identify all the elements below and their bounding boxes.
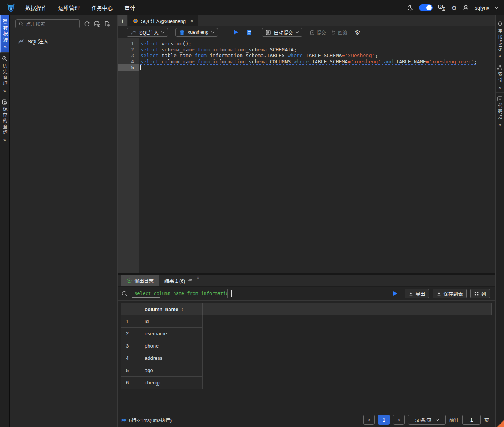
panel-tab-index[interactable]: 索引 » xyxy=(496,61,504,93)
add-datasource-icon[interactable] xyxy=(94,21,100,27)
line-number: 5 xyxy=(118,64,139,71)
top-navbar: x 数据操作 运维管理 任务中心 审计 文 A ⚙ sqlynx xyxy=(0,0,504,15)
save-to-table-button[interactable]: 保存到表 xyxy=(433,289,467,298)
new-tab-button[interactable]: + xyxy=(118,15,128,26)
panel-tab-code-snippets[interactable]: 代码块 » xyxy=(496,93,504,130)
table-row[interactable]: 5age xyxy=(121,364,203,377)
divider xyxy=(401,289,401,298)
next-page-button[interactable]: › xyxy=(393,415,405,425)
sidebar-tab-history[interactable]: 历史查询 « xyxy=(0,53,9,96)
table-row[interactable]: 3phone xyxy=(121,340,203,352)
editor-settings-gear-icon[interactable]: ⚙ xyxy=(355,29,360,36)
table-row[interactable]: 6chengji xyxy=(121,377,203,389)
search-icon xyxy=(19,21,23,26)
code-line[interactable]: select column_name from information_sche… xyxy=(140,59,495,65)
chevron-down-icon[interactable] xyxy=(495,5,499,9)
editor-tab-title: SQL注入@xuesheng xyxy=(141,17,186,25)
table-row[interactable]: 2username xyxy=(121,328,203,340)
sidebar-tab-label: 历史查询 xyxy=(2,63,7,86)
editor-caret xyxy=(140,65,141,70)
code-line[interactable] xyxy=(140,64,495,71)
autocommit-dropdown[interactable]: 自动提交 xyxy=(262,28,302,37)
code-line[interactable]: select version(); xyxy=(140,41,495,47)
expand-chevron-icon[interactable]: » xyxy=(499,85,501,90)
export-button[interactable]: 导出 xyxy=(405,289,429,298)
check-circle-icon xyxy=(127,278,132,283)
navbar-right: 文 A ⚙ sqlynx xyxy=(407,4,498,12)
language-icon[interactable]: 文 A xyxy=(438,5,445,11)
expand-chevron-icon[interactable]: » xyxy=(499,54,501,58)
line-number: 3 xyxy=(118,53,139,59)
row-number-cell: 4 xyxy=(121,352,140,364)
column-name-cell[interactable]: chengji xyxy=(140,377,203,389)
close-tab-icon[interactable]: × xyxy=(190,18,193,24)
menu-item-ops-mgmt[interactable]: 运维管理 xyxy=(58,4,80,12)
column-name-cell[interactable]: phone xyxy=(140,340,203,352)
row-number-cell: 3 xyxy=(121,340,140,352)
run-button[interactable] xyxy=(234,30,238,35)
prev-page-button[interactable]: ‹ xyxy=(363,415,375,425)
columns-button[interactable]: 列 xyxy=(470,289,490,298)
executed-query-chip[interactable]: select column_name from information xyxy=(131,289,228,298)
text-caret xyxy=(231,290,232,297)
chevron-down-icon xyxy=(161,30,164,33)
close-tab-icon[interactable]: × xyxy=(197,275,199,280)
new-file-icon[interactable] xyxy=(104,21,110,27)
column-name-header[interactable]: column_name ↕ xyxy=(140,303,203,315)
saved-query-icon xyxy=(2,99,7,105)
user-icon xyxy=(463,5,469,11)
pin-icon[interactable] xyxy=(188,279,193,283)
username[interactable]: sqlynx xyxy=(475,5,489,11)
search-placeholder: 点击搜索 xyxy=(26,20,45,28)
autocommit-value: 自动提交 xyxy=(274,29,293,36)
column-name-cell[interactable]: username xyxy=(140,328,203,340)
tab-output-log[interactable]: 输出日志 xyxy=(121,275,159,286)
results-grid-header: column_name ↕ xyxy=(121,303,492,315)
tab-label: 输出日志 xyxy=(134,277,154,284)
dark-mode-toggle[interactable] xyxy=(419,4,433,11)
menu-item-data-ops[interactable]: 数据操作 xyxy=(25,4,47,12)
database-select-dropdown[interactable]: xuesheng xyxy=(175,28,218,37)
editor-code[interactable]: select version();select schema_name from… xyxy=(139,38,495,273)
column-name-cell[interactable]: address xyxy=(140,352,203,364)
sidebar-tab-label: 保存的查询 xyxy=(2,107,7,135)
lightbulb-icon xyxy=(497,21,502,27)
editor-tab-active[interactable]: SQL注入@xuesheng × xyxy=(128,15,198,26)
panel-tab-field-hints[interactable]: 字段提示 » xyxy=(496,15,504,61)
filter-run-button[interactable] xyxy=(393,291,397,296)
column-name-cell[interactable]: id xyxy=(140,315,203,328)
column-name-cell[interactable]: age xyxy=(140,364,203,377)
left-rail: 数据源 » 历史查询 « 保存的查询 « xyxy=(0,15,10,427)
sql-editor[interactable]: 12345 select version();select schema_nam… xyxy=(118,38,495,273)
sort-icon[interactable]: ↕ xyxy=(181,307,183,312)
sidebar-tab-saved-queries[interactable]: 保存的查询 « xyxy=(0,96,9,145)
query-tab-icon xyxy=(133,18,138,24)
query-select-dropdown[interactable]: SQL注入 xyxy=(127,28,168,37)
expand-chevron-icon[interactable]: « xyxy=(3,137,6,142)
refresh-icon[interactable] xyxy=(84,21,90,27)
goto-page-input[interactable]: 1 xyxy=(462,415,481,425)
query-toolbar: SQL注入 xuesheng xyxy=(118,26,495,38)
execute-plan-icon[interactable] xyxy=(246,30,252,35)
table-row[interactable]: 4address xyxy=(121,352,203,364)
tab-result-1[interactable]: 结果 1 (6) × xyxy=(159,275,201,286)
code-block-icon xyxy=(497,96,502,101)
table-row[interactable]: 1id xyxy=(121,315,203,328)
current-page-button[interactable]: 1 xyxy=(378,415,390,425)
rollback-button[interactable]: 回滚 xyxy=(331,29,347,36)
sidebar-tab-datasource[interactable]: 数据源 » xyxy=(0,15,9,53)
expand-chevron-icon[interactable]: » xyxy=(499,122,501,127)
connection-item-sql-injection[interactable]: SQL注入 xyxy=(10,32,117,45)
menu-item-audit[interactable]: 审计 xyxy=(124,4,135,12)
settings-gear-icon[interactable]: ⚙ xyxy=(451,4,456,12)
page-size-select[interactable]: 50条/页 xyxy=(408,415,446,425)
expand-chevron-icon[interactable]: « xyxy=(3,88,6,93)
app-logo-icon[interactable]: x xyxy=(5,2,16,13)
code-line[interactable]: select table_name from information_schem… xyxy=(140,53,495,59)
collapse-chevron-icon[interactable]: » xyxy=(4,45,7,49)
code-line[interactable]: select schema_name from information_sche… xyxy=(140,47,495,53)
search-input[interactable]: 点击搜索 xyxy=(15,19,80,28)
commit-button[interactable]: 提交 xyxy=(310,29,326,36)
run-indicator-icon: ▶▶ xyxy=(122,417,126,422)
menu-item-task-center[interactable]: 任务中心 xyxy=(91,4,113,12)
